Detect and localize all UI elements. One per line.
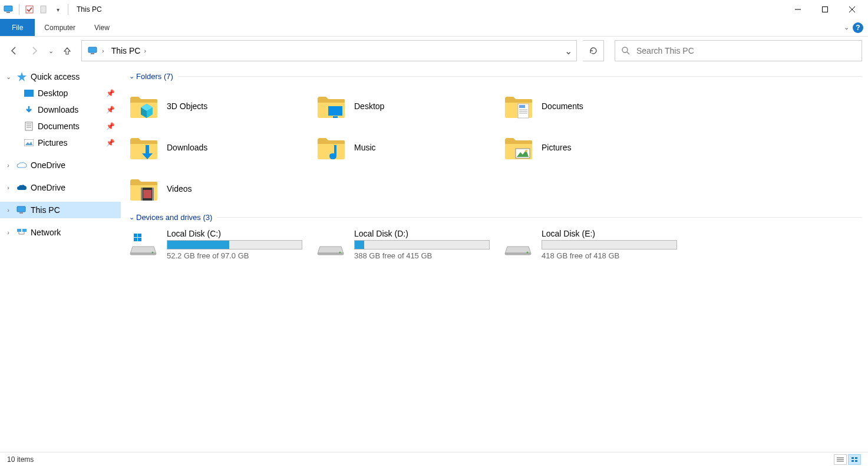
svg-rect-57 [852,457,854,459]
status-bar: 10 items [0,452,868,466]
tree-onedrive[interactable]: › OneDrive [0,157,121,173]
pin-icon: 📌 [106,89,115,97]
chevron-right-icon[interactable]: › [144,47,146,54]
address-icon[interactable]: › [84,47,108,55]
search-input[interactable] [636,46,856,55]
drive-name: Local Disk (E:) [542,229,677,238]
view-details-button[interactable] [834,454,847,465]
svg-point-53 [527,252,529,254]
folder-videos[interactable]: Videos [127,168,314,209]
tree-label: Pictures [38,138,105,147]
tree-network[interactable]: › Network [0,224,121,241]
address-bar[interactable]: › This PC › ⌄ [81,40,577,61]
tree-label: Desktop [38,88,105,98]
drive-usage-bar [354,240,490,250]
up-button[interactable] [59,42,75,59]
window-controls [784,0,866,19]
svg-point-39 [525,150,527,152]
drive-item[interactable]: Local Disk (D:)388 GB free of 415 GB [314,227,501,268]
navigation-pane: ⌄ Quick access Desktop 📌 Downloads 📌 Doc… [0,65,121,452]
svg-rect-47 [138,238,141,241]
group-folders-header[interactable]: ⌄ Folders (7) [127,72,862,81]
svg-rect-5 [823,7,828,12]
folder-label: Music [354,143,376,152]
folder-documents[interactable]: Documents [501,86,689,127]
group-label: Devices and drives (3) [136,213,212,222]
drive-free-text: 418 GB free of 418 GB [542,251,677,260]
refresh-button[interactable] [583,40,604,61]
close-button[interactable] [839,0,866,19]
properties-icon[interactable] [23,3,36,16]
svg-rect-0 [4,6,12,11]
forward-button[interactable] [26,42,42,59]
svg-rect-14 [25,122,32,130]
recent-locations-button[interactable]: ⌄ [46,42,55,59]
folder-icon [315,91,346,122]
help-icon[interactable]: ? [853,22,863,33]
chevron-right-icon[interactable]: › [102,47,104,54]
svg-rect-1 [6,12,10,13]
svg-rect-2 [26,6,33,13]
navigation-bar: ⌄ › This PC › ⌄ [0,37,868,65]
group-drives-header[interactable]: ⌄ Devices and drives (3) [127,213,862,222]
tab-view[interactable]: View [85,19,119,36]
folder-icon [315,132,346,163]
svg-rect-23 [22,229,27,232]
chevron-right-icon[interactable]: › [4,184,13,191]
system-icon[interactable] [2,3,15,16]
tree-this-pc[interactable]: › This PC [0,202,121,218]
svg-rect-31 [333,116,338,118]
tree-documents[interactable]: Documents 📌 [0,118,121,134]
svg-rect-46 [134,238,137,241]
view-large-icons-button[interactable] [848,454,861,465]
qat-dropdown-icon[interactable]: ▾ [51,3,64,16]
tree-quick-access[interactable]: ⌄ Quick access [0,68,121,85]
svg-rect-45 [138,234,141,237]
content-area: ⌄ Folders (7) 3D ObjectsDesktopDocuments… [121,65,868,452]
maximize-button[interactable] [811,0,839,19]
drive-icon [315,229,346,260]
back-button[interactable] [6,42,22,59]
folder-downloads[interactable]: Downloads [127,127,314,168]
svg-rect-33 [519,105,525,108]
svg-point-49 [152,252,154,254]
folder-desktop[interactable]: Desktop [314,86,501,127]
folder-3d[interactable]: 3D Objects [127,86,314,127]
breadcrumb-label: This PC [111,46,141,55]
drive-icon [503,229,533,260]
tree-pictures[interactable]: Pictures 📌 [0,134,121,151]
drive-item[interactable]: Local Disk (E:)418 GB free of 418 GB [501,227,689,268]
tree-label: Downloads [38,105,105,114]
documents-icon [24,121,34,132]
separator [68,4,68,15]
separator [19,4,19,15]
pin-icon: 📌 [106,122,115,130]
chevron-right-icon[interactable]: › [4,229,13,236]
tab-file[interactable]: File [0,19,35,36]
svg-rect-3 [41,6,46,13]
tree-desktop[interactable]: Desktop 📌 [0,85,121,101]
svg-rect-59 [852,460,854,462]
tree-onedrive[interactable]: › OneDrive [0,179,121,196]
new-folder-icon[interactable] [37,3,50,16]
chevron-down-icon[interactable]: ⌄ [4,73,13,81]
drive-item[interactable]: Local Disk (C:)52.2 GB free of 97.0 GB [127,227,314,268]
chevron-right-icon[interactable]: › [4,162,13,169]
chevron-right-icon[interactable]: › [4,206,13,214]
tree-downloads[interactable]: Downloads 📌 [0,101,121,118]
tab-computer[interactable]: Computer [35,19,85,36]
tree-label: OneDrive [31,160,121,170]
svg-rect-58 [855,457,857,459]
downloads-icon [24,104,34,115]
minimize-button[interactable] [784,0,811,19]
folder-pictures[interactable]: Pictures [501,127,689,168]
title-bar: ▾ This PC [0,0,868,19]
svg-rect-8 [88,47,97,52]
drive-usage-bar [167,240,302,250]
search-box[interactable] [615,40,862,61]
folder-icon [503,91,533,122]
address-dropdown-icon[interactable]: ⌄ [562,45,574,57]
expand-ribbon-icon[interactable]: ⌄ [844,24,849,31]
folder-music[interactable]: Music [314,127,501,168]
breadcrumb-this-pc[interactable]: This PC › [108,46,150,55]
